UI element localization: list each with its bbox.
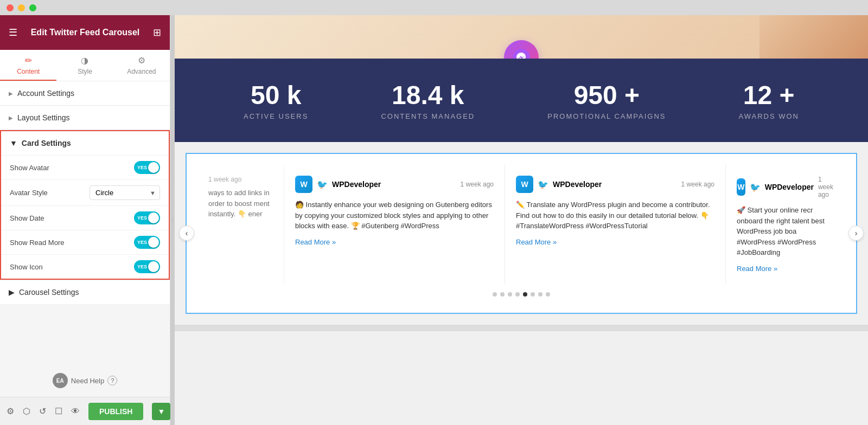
publish-dropdown-button[interactable]: ▼ bbox=[152, 403, 170, 420]
sidebar-tabs: ✏ Content ◑ Style ⚙ Advanced bbox=[0, 50, 170, 81]
nav-dot-6[interactable] bbox=[538, 292, 542, 297]
carousel-section: ‹ › 1 week ago ways to add links in orde… bbox=[186, 153, 857, 314]
card-3-author: WPDeveloper bbox=[765, 183, 814, 191]
show-date-toggle[interactable]: YES bbox=[134, 211, 160, 224]
tab-content[interactable]: ✏ Content bbox=[0, 50, 56, 81]
need-help-text[interactable]: Need Help bbox=[71, 377, 104, 385]
toggle-yes-label-3: YES bbox=[137, 240, 147, 245]
nav-dot-7[interactable] bbox=[546, 292, 550, 297]
show-icon-toggle[interactable]: YES bbox=[134, 260, 160, 273]
nav-dot-3[interactable] bbox=[515, 292, 520, 297]
preview-icon[interactable]: 👁 bbox=[71, 407, 80, 416]
layout-settings-section: ▶ Layout Settings bbox=[0, 106, 170, 130]
read-more-2[interactable]: Read More » bbox=[516, 238, 714, 246]
tweet-card-3: W 🐦 WPDeveloper 1 week ago 🚀 Start your … bbox=[726, 165, 845, 284]
stat-label-3: AWARDS WON bbox=[739, 112, 799, 120]
account-settings-header[interactable]: ▶ Account Settings bbox=[0, 81, 170, 105]
ea-badge: EA bbox=[53, 373, 68, 388]
resize-handle[interactable]: ⋮ bbox=[170, 15, 175, 425]
card-3-time: 1 week ago bbox=[818, 176, 834, 198]
sidebar-title: Edit Twitter Feed Carousel bbox=[31, 28, 140, 37]
show-avatar-row: Show Avatar YES bbox=[1, 155, 169, 179]
show-icon-label: Show Icon bbox=[10, 263, 43, 271]
account-settings-arrow: ▶ bbox=[9, 91, 13, 96]
card-3-text: 🚀 Start your online recr onboard the rig… bbox=[737, 205, 834, 258]
tweet-card-partial: 1 week ago ways to add links in order to… bbox=[197, 165, 284, 284]
show-date-row: Show Date YES bbox=[1, 205, 169, 230]
stat-label-1: CONTENTS MANAGED bbox=[381, 112, 475, 120]
card-settings-header[interactable]: ▼ Card Settings bbox=[1, 131, 169, 155]
carousel-settings-label: Carousel Settings bbox=[19, 288, 79, 297]
style-tab-icon: ◑ bbox=[81, 55, 88, 66]
nav-dot-4[interactable] bbox=[523, 292, 527, 297]
layout-settings-header[interactable]: ▶ Layout Settings bbox=[0, 106, 170, 130]
carousel-prev-button[interactable]: ‹ bbox=[179, 226, 194, 241]
history-icon[interactable]: ↺ bbox=[39, 406, 46, 416]
menu-icon[interactable]: ☰ bbox=[9, 27, 17, 38]
toggle-yes-label-2: YES bbox=[137, 215, 147, 221]
hero-image bbox=[760, 15, 868, 59]
titlebar bbox=[0, 0, 868, 15]
toggle-knob-4 bbox=[148, 261, 159, 272]
nav-dot-1[interactable] bbox=[500, 292, 505, 297]
card-2-time: 1 week ago bbox=[681, 181, 714, 188]
settings-icon[interactable]: ⚙ bbox=[7, 406, 14, 416]
nav-dot-5[interactable] bbox=[531, 292, 535, 297]
tweet-card-1: W 🐦 WPDeveloper 1 week ago 🧑 Instantly e… bbox=[284, 165, 505, 284]
wp-logo-3: W bbox=[737, 178, 745, 196]
responsive-icon[interactable]: ☐ bbox=[55, 406, 62, 416]
stat-awards: 12 + AWARDS WON bbox=[739, 80, 799, 120]
card-2-text: ✏️ Translate any WordPress plugin and be… bbox=[516, 199, 714, 231]
card-1-text: 🧑 Instantly enhance your web designing o… bbox=[295, 199, 494, 231]
help-icon[interactable]: ? bbox=[107, 376, 117, 385]
nav-dot-2[interactable] bbox=[508, 292, 512, 297]
tab-advanced[interactable]: ⚙ Advanced bbox=[113, 50, 170, 81]
show-avatar-toggle[interactable]: YES bbox=[134, 161, 160, 174]
carousel-settings-arrow: ▶ bbox=[9, 288, 15, 297]
wp-logo-1: W bbox=[295, 176, 312, 193]
show-read-more-toggle[interactable]: YES bbox=[134, 236, 160, 249]
toggle-knob-2 bbox=[148, 212, 159, 223]
card-1-author: WPDeveloper bbox=[332, 180, 381, 189]
close-button[interactable] bbox=[7, 4, 14, 11]
toggle-knob bbox=[148, 162, 159, 173]
avatar-style-select[interactable]: Circle Square Rounded bbox=[90, 185, 160, 200]
stat-campaigns: 950 + PROMOTIONAL CAMPAIGNS bbox=[547, 80, 666, 120]
layers-icon[interactable]: ⬡ bbox=[23, 406, 30, 416]
sidebar-footer: EA Need Help ? bbox=[0, 364, 170, 397]
card-2-author: WPDeveloper bbox=[553, 180, 602, 189]
carousel-settings-section[interactable]: ▶ Carousel Settings bbox=[0, 280, 170, 304]
advanced-tab-icon: ⚙ bbox=[138, 55, 145, 66]
stats-section: 50 k ACTIVE USERS 18.4 k CONTENTS MANAGE… bbox=[175, 59, 868, 142]
nav-dot-0[interactable] bbox=[493, 292, 497, 297]
avatar-style-select-wrapper: Circle Square Rounded ▼ bbox=[90, 185, 160, 200]
grid-icon[interactable]: ⊞ bbox=[153, 27, 161, 38]
bottom-toolbar: ⚙ ⬡ ↺ ☐ 👁 PUBLISH ▼ bbox=[0, 397, 170, 425]
stat-label-2: PROMOTIONAL CAMPAIGNS bbox=[547, 112, 666, 120]
stat-number-1: 18.4 k bbox=[381, 80, 475, 110]
card-1-header: W 🐦 WPDeveloper 1 week ago bbox=[295, 176, 494, 193]
wp-logo-2: W bbox=[516, 176, 533, 193]
stat-number-2: 950 + bbox=[547, 80, 666, 110]
carousel-next-button[interactable]: › bbox=[848, 226, 864, 241]
show-date-label: Show Date bbox=[10, 214, 44, 222]
sidebar-header: ☰ Edit Twitter Feed Carousel ⊞ bbox=[0, 15, 170, 50]
maximize-button[interactable] bbox=[29, 4, 36, 11]
layout-settings-label: Layout Settings bbox=[17, 113, 70, 122]
content-tab-label: Content bbox=[17, 68, 40, 75]
tab-style[interactable]: ◑ Style bbox=[56, 50, 113, 81]
card-3-header: W 🐦 WPDeveloper 1 week ago bbox=[737, 176, 834, 198]
stat-number-0: 50 k bbox=[244, 80, 308, 110]
twitter-icon-1: 🐦 bbox=[317, 179, 328, 190]
publish-button[interactable]: PUBLISH bbox=[88, 403, 143, 420]
scrollbar[interactable] bbox=[175, 325, 868, 331]
read-more-3[interactable]: Read More » bbox=[737, 265, 834, 273]
show-read-more-label: Show Read More bbox=[10, 239, 64, 247]
read-more-1[interactable]: Read More » bbox=[295, 238, 494, 246]
card-2-header: W 🐦 WPDeveloper 1 week ago bbox=[516, 176, 714, 193]
tweet-card-2: W 🐦 WPDeveloper 1 week ago ✏️ Translate … bbox=[505, 165, 726, 284]
card-settings-arrow: ▼ bbox=[10, 139, 17, 147]
card-text-partial: ways to add links in order to boost ment… bbox=[208, 188, 278, 220]
card-settings-label: Card Settings bbox=[22, 139, 71, 147]
minimize-button[interactable] bbox=[18, 4, 25, 11]
